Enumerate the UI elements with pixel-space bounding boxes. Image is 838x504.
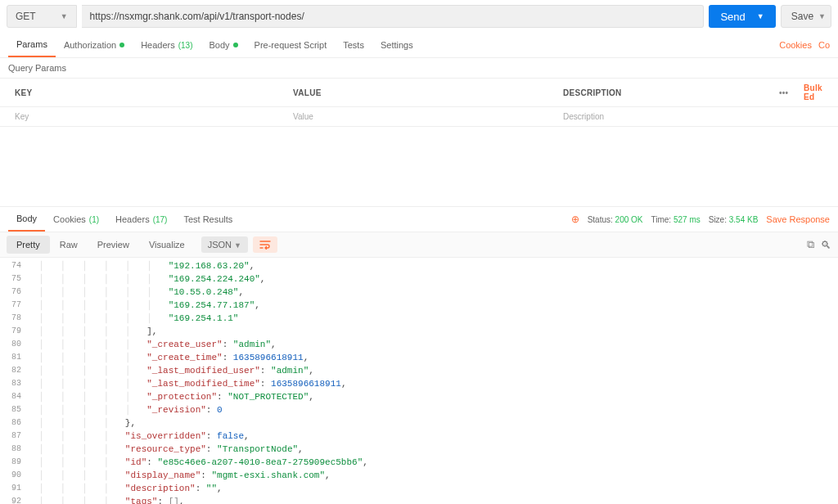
code-line: 80 │ │ │ │ │ "_create_user": "admin", — [0, 338, 838, 351]
code-line: 92 │ │ │ │ "tags": [], — [0, 495, 838, 504]
copy-icon[interactable]: ⧉ — [807, 238, 814, 251]
resp-tab-cookies[interactable]: Cookies(1) — [45, 208, 107, 231]
tab-prerequest[interactable]: Pre-request Script — [246, 34, 336, 56]
time-label: Time: 527 ms — [651, 215, 701, 224]
code-line: 77 │ │ │ │ │ │ "169.254.77.187", — [0, 299, 838, 312]
code-line: 76 │ │ │ │ │ │ "10.55.0.248", — [0, 286, 838, 299]
send-button[interactable]: Send ▼ — [709, 5, 775, 28]
code-line: 78 │ │ │ │ │ │ "169.254.1.1" — [0, 312, 838, 325]
query-params-head: KEY VALUE DESCRIPTION ••• Bulk Ed — [0, 79, 838, 107]
url-input[interactable] — [82, 5, 705, 28]
fmt-lang-select[interactable]: JSON ▼ — [201, 236, 248, 253]
send-label: Send — [720, 11, 745, 23]
code-line: 84 │ │ │ │ │ "_protection": "NOT_PROTECT… — [0, 390, 838, 403]
network-icon[interactable]: ⊕ — [571, 214, 579, 225]
tab-authorization[interactable]: Authorization — [56, 34, 133, 56]
format-bar: Pretty Raw Preview Visualize JSON ▼ ⧉ 🔍︎ — [0, 232, 838, 258]
response-body[interactable]: 74 │ │ │ │ │ │ "192.168.63.20",75 │ │ │ … — [0, 258, 838, 504]
fmt-raw[interactable]: Raw — [50, 236, 88, 254]
save-response-link[interactable]: Save Response — [766, 214, 830, 224]
code-line: 86 │ │ │ │ }, — [0, 416, 838, 430]
tab-body[interactable]: Body — [201, 34, 246, 56]
http-method-select[interactable]: GET ▼ — [7, 5, 77, 28]
search-icon[interactable]: 🔍︎ — [821, 239, 831, 251]
tab-headers[interactable]: Headers(13) — [133, 34, 200, 56]
request-tabs: Params Authorization Headers(13) Body Pr… — [0, 33, 838, 58]
query-params-table: KEY VALUE DESCRIPTION ••• Bulk Ed Key Va… — [0, 78, 838, 127]
request-bar: GET ▼ Send ▼ Save ▼ — [0, 0, 838, 33]
code-line: 81 │ │ │ │ │ "_create_time": 16358966189… — [0, 351, 838, 364]
code-line: 83 │ │ │ │ │ "_last_modified_time": 1635… — [0, 377, 838, 390]
value-cell[interactable]: Value — [278, 107, 548, 126]
key-cell[interactable]: Key — [0, 107, 278, 126]
resp-tab-headers[interactable]: Headers(17) — [107, 208, 175, 231]
code-line: 85 │ │ │ │ │ "_revision": 0 — [0, 403, 838, 416]
code-line: 74 │ │ │ │ │ │ "192.168.63.20", — [0, 259, 838, 272]
fmt-preview[interactable]: Preview — [88, 236, 139, 254]
cookies-link[interactable]: Cookies — [779, 40, 812, 50]
code-line: 87 │ │ │ │ "is_overridden": false, — [0, 430, 838, 443]
col-key: KEY — [0, 83, 278, 102]
code-line: 75 │ │ │ │ │ │ "169.254.224.240", — [0, 272, 838, 286]
resp-tab-testresults[interactable]: Test Results — [175, 208, 241, 231]
http-method-value: GET — [16, 11, 36, 22]
code-link[interactable]: Co — [818, 40, 830, 50]
dot-icon — [233, 43, 238, 47]
divider — [0, 127, 838, 207]
code-line: 88 │ │ │ │ "resource_type": "TransportNo… — [0, 443, 838, 456]
status-label: Status: 200 OK — [588, 215, 643, 224]
code-line: 89 │ │ │ │ "id": "e85c46e6-a207-4010-8ea… — [0, 456, 838, 469]
chevron-down-icon[interactable]: ▼ — [757, 12, 764, 20]
wrap-lines-icon[interactable] — [253, 236, 277, 253]
col-value: VALUE — [278, 83, 548, 102]
desc-cell[interactable]: Description — [548, 107, 764, 126]
response-tabs: Body Cookies(1) Headers(17) Test Results… — [0, 207, 838, 232]
save-button[interactable]: Save ▼ — [781, 5, 831, 28]
fmt-visualize[interactable]: Visualize — [139, 236, 195, 254]
code-line: 82 │ │ │ │ │ "_last_modified_user": "adm… — [0, 364, 838, 377]
query-params-title: Query Params — [0, 58, 838, 78]
save-label: Save — [791, 11, 813, 22]
tab-params[interactable]: Params — [8, 33, 56, 57]
col-description: DESCRIPTION — [548, 83, 764, 102]
code-line: 91 │ │ │ │ "description": "", — [0, 482, 838, 495]
size-label: Size: 3.54 KB — [709, 215, 759, 224]
chevron-down-icon[interactable]: ▼ — [818, 12, 826, 20]
bulk-edit-link[interactable]: Bulk Ed — [789, 79, 838, 106]
query-params-row[interactable]: Key Value Description — [0, 107, 838, 127]
resp-tab-body[interactable]: Body — [8, 207, 45, 232]
code-line: 79 │ │ │ │ │ ], — [0, 325, 838, 338]
chevron-down-icon: ▼ — [61, 12, 68, 20]
tab-tests[interactable]: Tests — [335, 34, 372, 56]
fmt-pretty[interactable]: Pretty — [7, 236, 50, 254]
code-line: 90 │ │ │ │ "display_name": "mgmt-esxi.sh… — [0, 469, 838, 482]
tab-settings[interactable]: Settings — [372, 34, 421, 56]
dot-icon — [119, 43, 124, 47]
